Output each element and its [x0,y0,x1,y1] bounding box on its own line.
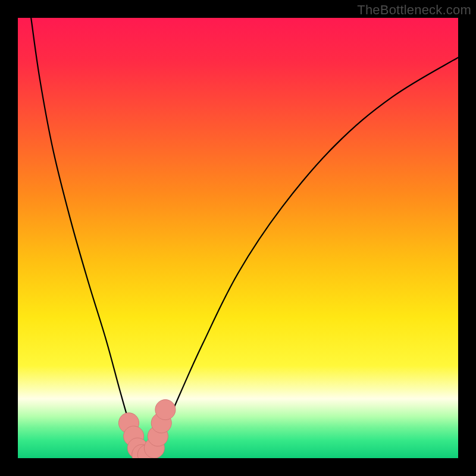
chart-frame: TheBottleneck.com [0,0,476,476]
marker-dot [155,400,176,420]
plot-area [18,18,458,458]
bottleneck-chart [18,18,458,458]
gradient-background [18,18,458,458]
watermark-text: TheBottleneck.com [357,2,471,18]
